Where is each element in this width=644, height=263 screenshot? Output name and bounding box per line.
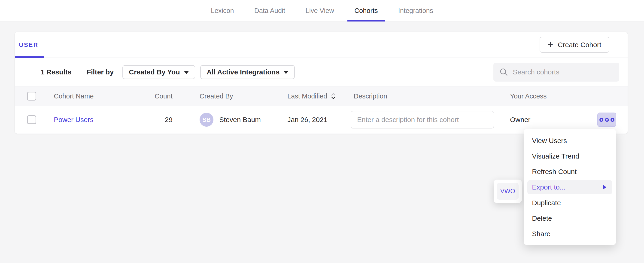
more-actions-button[interactable] — [597, 113, 616, 127]
nav-tab-cohorts[interactable]: Cohorts — [348, 0, 385, 22]
search-input[interactable] — [513, 68, 613, 76]
create-cohort-label: Create Cohort — [558, 41, 601, 49]
menu-item-export-to-label: Export to... — [532, 183, 566, 191]
submenu-arrow-icon — [603, 185, 606, 190]
cohorts-card: USER + Create Cohort 1 Results Filter by… — [15, 32, 628, 134]
search-cohorts-box[interactable] — [494, 63, 619, 82]
cohort-name-link[interactable]: Power Users — [54, 116, 94, 123]
chevron-down-icon — [284, 71, 288, 74]
card-header: USER + Create Cohort — [15, 32, 628, 58]
header-description: Description — [339, 92, 496, 100]
row-checkbox-cell — [15, 115, 46, 124]
results-count: 1 Results — [41, 68, 72, 76]
menu-item-share[interactable]: Share — [524, 226, 616, 241]
plus-icon: + — [548, 40, 553, 49]
cohort-name-cell: Power Users — [46, 116, 145, 124]
filter-row: 1 Results Filter by Created By You All A… — [15, 58, 628, 86]
header-your-access: Your Access — [496, 92, 582, 100]
sort-icon[interactable] — [330, 92, 336, 100]
cohort-count-cell: 29 — [145, 116, 186, 124]
submenu-item-vwo[interactable]: VWO — [497, 183, 518, 200]
created-by-cell: SB Steven Baum — [186, 113, 274, 127]
nav-tab-data-audit[interactable]: Data Audit — [248, 0, 292, 22]
avatar: SB — [200, 113, 214, 127]
menu-item-duplicate[interactable]: Duplicate — [524, 195, 616, 210]
menu-item-export-to[interactable]: Export to... — [527, 180, 612, 194]
more-dots-icon — [600, 118, 603, 122]
your-access-cell: Owner — [496, 116, 582, 124]
create-cohort-button[interactable]: + Create Cohort — [540, 37, 609, 53]
header-last-modified[interactable]: Last Modified — [274, 92, 339, 100]
menu-item-delete[interactable]: Delete — [524, 210, 616, 226]
header-checkbox-cell — [15, 92, 46, 101]
header-created-by: Created By — [186, 92, 274, 100]
nav-tab-integrations[interactable]: Integrations — [391, 0, 440, 22]
created-by-name: Steven Baum — [219, 116, 261, 124]
row-context-menu: View Users Visualize Trend Refresh Count… — [524, 129, 616, 245]
header-count: Count — [145, 92, 186, 100]
top-navigation: Lexicon Data Audit Live View Cohorts Int… — [0, 0, 644, 22]
description-input[interactable] — [351, 111, 494, 128]
header-cohort-name: Cohort Name — [46, 92, 145, 100]
search-icon — [500, 68, 508, 77]
last-modified-cell: Jan 26, 2021 — [274, 116, 339, 124]
export-submenu: VWO — [494, 180, 522, 203]
tab-user[interactable]: USER — [15, 32, 44, 58]
table-header-row: Cohort Name Count Created By Last Modifi… — [15, 86, 628, 106]
row-actions-cell — [582, 113, 628, 127]
created-by-dropdown-value: Created By You — [129, 68, 180, 76]
row-checkbox[interactable] — [27, 115, 36, 124]
integrations-dropdown-value: All Active Integrations — [207, 68, 280, 76]
more-dots-icon — [610, 118, 614, 122]
nav-tab-lexicon[interactable]: Lexicon — [204, 0, 241, 22]
created-by-dropdown[interactable]: Created By You — [122, 65, 195, 79]
integrations-dropdown[interactable]: All Active Integrations — [200, 65, 295, 79]
select-all-checkbox[interactable] — [27, 92, 36, 101]
more-dots-icon — [605, 118, 609, 122]
filter-by-label: Filter by — [86, 68, 114, 76]
chevron-down-icon — [184, 71, 189, 74]
header-last-modified-label: Last Modified — [287, 92, 327, 100]
description-cell — [339, 111, 496, 128]
menu-item-view-users[interactable]: View Users — [524, 133, 616, 148]
nav-tab-live-view[interactable]: Live View — [299, 0, 341, 22]
menu-item-visualize-trend[interactable]: Visualize Trend — [524, 148, 616, 164]
divider — [79, 66, 79, 79]
menu-item-refresh-count[interactable]: Refresh Count — [524, 164, 616, 179]
